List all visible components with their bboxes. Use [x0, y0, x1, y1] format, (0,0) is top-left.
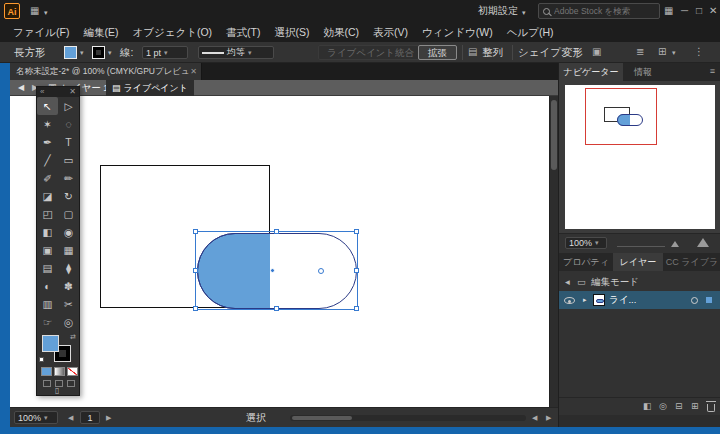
draw-inside-icon[interactable] — [67, 380, 75, 387]
stroke-color-swatch[interactable] — [92, 46, 105, 59]
canvas[interactable] — [10, 96, 549, 407]
tools-panel-header[interactable]: « ✕ — [37, 87, 79, 97]
type-tool[interactable]: T — [58, 133, 79, 151]
hand-tool[interactable]: ☞ — [37, 313, 58, 331]
pen-tool[interactable]: ✒ — [37, 133, 58, 151]
menu-item-6[interactable]: 表示(V) — [366, 22, 415, 42]
handle-middle-left[interactable] — [193, 268, 198, 273]
live-paint-selection-tool[interactable]: ▣ — [37, 241, 58, 259]
stock-search[interactable] — [538, 3, 660, 19]
handle-bottom-middle[interactable] — [274, 306, 279, 311]
maximize-button[interactable]: □ — [696, 4, 702, 18]
screen-mode-icon[interactable]: ▯ — [55, 386, 59, 395]
stroke-caret-icon[interactable]: ▾ — [108, 49, 112, 57]
scale-tool[interactable]: ◰ — [37, 205, 58, 223]
draw-normal-icon[interactable] — [43, 380, 51, 387]
rotate-tool[interactable]: ↻ — [58, 187, 79, 205]
horizontal-scrollbar-thumb[interactable] — [292, 416, 352, 420]
stack-icon[interactable]: ≣ — [636, 46, 644, 57]
navigator-zoom-field[interactable]: 100%▾ — [565, 237, 607, 249]
menu-item-7[interactable]: ウィンドウ(W) — [415, 22, 500, 42]
target-circle-icon[interactable] — [691, 297, 698, 304]
eraser-tool[interactable]: ◪ — [37, 187, 58, 205]
menu-item-0[interactable]: ファイル(F) — [6, 22, 76, 42]
tab-properties[interactable]: プロパティ — [559, 253, 613, 271]
panel-menu-icon[interactable]: ≡ — [710, 66, 715, 76]
menu-item-4[interactable]: 選択(S) — [267, 22, 316, 42]
shape-props-icon[interactable]: ▣ — [592, 46, 601, 57]
workspace-switcher[interactable]: 初期設定 — [478, 4, 518, 18]
close-button[interactable]: ✕ — [709, 4, 717, 18]
lasso-tool[interactable]: ◌ — [58, 115, 79, 133]
zoom-field[interactable]: 100%▾ — [14, 411, 58, 424]
horizontal-scrollbar[interactable] — [290, 415, 526, 421]
vertical-scrollbar[interactable] — [549, 96, 558, 407]
layer-name[interactable]: ライ... — [609, 291, 636, 309]
panel-close-icon[interactable]: ✕ — [69, 87, 76, 97]
rectangle-tool[interactable]: ▭ — [58, 151, 79, 169]
artboard-field[interactable]: 1 — [80, 411, 100, 424]
navigator-view-box[interactable] — [585, 88, 657, 145]
menu-item-5[interactable]: 効果(C) — [316, 22, 366, 42]
selection-bounding-box[interactable] — [195, 231, 358, 310]
minimize-button[interactable]: ─ — [681, 4, 688, 18]
column-graph-tool[interactable]: ▥ — [37, 295, 58, 313]
tab-cc-libraries[interactable]: CC ライブラリ — [663, 253, 720, 271]
edit-mode-row[interactable]: ◂ ▭ 編集モード — [559, 273, 720, 291]
zoom-out-mountain-icon[interactable] — [671, 241, 679, 247]
layout-caret-icon[interactable]: ▾ — [44, 6, 48, 20]
visibility-eye-icon[interactable] — [564, 297, 575, 304]
livepaint-layer-row[interactable]: ▸ ライ... — [559, 291, 720, 309]
next-artboard-icon[interactable]: ▶ — [106, 414, 111, 422]
document-tab[interactable]: 名称未設定-2* @ 100% (CMYK/GPUプレビュー) ✕ — [10, 63, 202, 80]
line-segment-tool[interactable]: ╱ — [37, 151, 58, 169]
livepaint-merge-button[interactable]: ライブペイント統合 — [318, 45, 423, 60]
eyedropper-tool[interactable]: ⧫ — [58, 259, 79, 277]
fill-caret-icon[interactable]: ▾ — [80, 49, 84, 57]
transform-link[interactable]: 変形 — [562, 46, 583, 60]
handle-top-right[interactable] — [354, 229, 359, 234]
grid-panel-icon[interactable]: ⊞ — [658, 46, 666, 57]
color-mode-icon[interactable] — [41, 367, 52, 376]
selected-anchor-point[interactable] — [270, 268, 275, 273]
direct-selection-tool[interactable]: ▷ — [58, 97, 79, 115]
align-label[interactable]: 整列 — [482, 46, 503, 60]
handle-bottom-left[interactable] — [193, 306, 198, 311]
tab-layers[interactable]: レイヤー — [613, 253, 663, 271]
tab-close-icon[interactable]: ✕ — [190, 63, 197, 80]
mesh-tool[interactable]: ▦ — [58, 241, 79, 259]
kebab-menu-icon[interactable]: ⋮ — [694, 46, 704, 57]
breadcrumb-livepaint-group[interactable]: ▤ ライブペイント — [106, 80, 194, 96]
search-input[interactable] — [554, 6, 665, 16]
navigator-proxy-preview[interactable] — [565, 85, 715, 229]
stroke-profile-dropdown[interactable]: 均等▾ — [198, 46, 274, 59]
fill-color-swatch[interactable] — [64, 46, 77, 59]
new-layer-icon[interactable]: ⊞ — [691, 401, 699, 411]
zoom-in-mountain-icon[interactable] — [697, 238, 709, 247]
locate-object-icon[interactable]: ◎ — [659, 401, 667, 411]
prev-artboard-icon[interactable]: ◀ — [68, 414, 73, 422]
handle-middle-right[interactable] — [354, 268, 359, 273]
expand-arrow-icon[interactable]: ▸ — [583, 291, 587, 309]
shape-builder-tool[interactable]: ◧ — [37, 223, 58, 241]
handle-top-left[interactable] — [193, 229, 198, 234]
collapse-icon[interactable]: « — [40, 87, 44, 97]
menu-item-2[interactable]: オブジェクト(O) — [125, 22, 219, 42]
layout-grid-icon[interactable]: ▦ — [30, 4, 39, 18]
zoom-tool[interactable]: ◎ — [58, 313, 79, 331]
menu-item-8[interactable]: ヘルプ(H) — [500, 22, 561, 42]
expand-button[interactable]: 拡張 — [418, 45, 457, 60]
free-transform-tool[interactable]: ▢ — [58, 205, 79, 223]
symbol-sprayer-tool[interactable]: ✽ — [58, 277, 79, 295]
default-swatches-icon[interactable] — [39, 357, 44, 362]
arrange-documents-icon[interactable]: ▦ — [664, 4, 673, 18]
none-mode-icon[interactable] — [67, 367, 78, 376]
selection-tool[interactable]: ↖ — [37, 97, 58, 115]
exit-isolation-icon[interactable]: ◂ — [565, 273, 570, 291]
menu-item-3[interactable]: 書式(T) — [219, 22, 267, 42]
workspace-caret-icon[interactable]: ▾ — [522, 6, 526, 20]
gradient-mode-icon[interactable] — [54, 367, 65, 376]
stroke-weight-field[interactable]: 1 pt▾ — [142, 46, 188, 59]
shape-center-point[interactable] — [318, 268, 324, 274]
delete-icon[interactable] — [707, 404, 715, 412]
